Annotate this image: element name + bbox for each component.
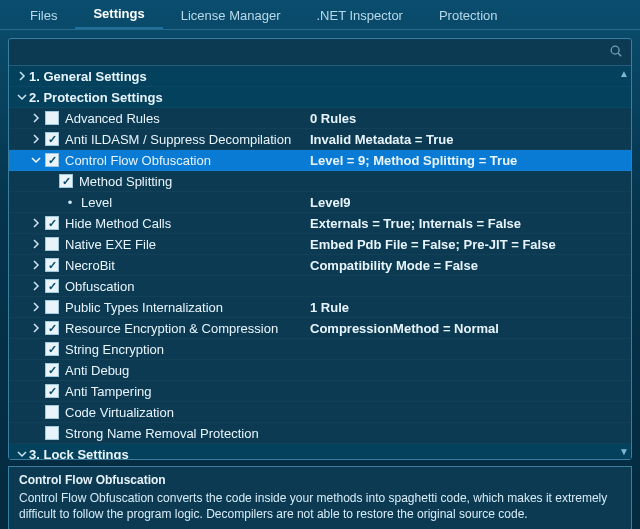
section-label: 3. Lock Settings: [29, 447, 129, 460]
checkbox-icon[interactable]: ✓: [45, 300, 59, 314]
chevron-right-icon: [29, 218, 43, 228]
chevron-down-icon: [15, 92, 29, 102]
search-row: [9, 39, 631, 65]
chevron-down-icon: [15, 449, 29, 459]
tab-license-manager[interactable]: License Manager: [163, 2, 299, 29]
checkbox-icon[interactable]: ✓: [45, 342, 59, 356]
item-label: Anti ILDASM / Suppress Decompilation: [65, 132, 291, 147]
checkbox-icon[interactable]: ✓: [45, 321, 59, 335]
tab-files[interactable]: Files: [12, 2, 75, 29]
svg-line-1: [618, 53, 621, 56]
item-label: Level: [81, 195, 112, 210]
item-obfuscation[interactable]: ✓ Obfuscation: [9, 276, 631, 297]
item-advanced-rules[interactable]: ✓ Advanced Rules 0 Rules: [9, 108, 631, 129]
item-label: Method Splitting: [79, 174, 172, 189]
item-label: Control Flow Obfuscation: [65, 153, 211, 168]
item-anti-debug[interactable]: ✓ Anti Debug: [9, 360, 631, 381]
tab-net-inspector[interactable]: .NET Inspector: [298, 2, 420, 29]
item-label: Obfuscation: [65, 279, 134, 294]
description-panel: Control Flow Obfuscation Control Flow Ob…: [8, 466, 632, 529]
item-public-types-internalization[interactable]: ✓ Public Types Internalization 1 Rule: [9, 297, 631, 318]
bullet-icon: •: [63, 195, 77, 210]
checkbox-icon[interactable]: ✓: [59, 174, 73, 188]
item-label: String Encryption: [65, 342, 164, 357]
checkbox-icon[interactable]: ✓: [45, 237, 59, 251]
checkbox-icon[interactable]: ✓: [45, 279, 59, 293]
checkbox-icon[interactable]: ✓: [45, 153, 59, 167]
checkbox-icon[interactable]: ✓: [45, 426, 59, 440]
item-label: Code Virtualization: [65, 405, 174, 420]
chevron-right-icon: [29, 113, 43, 123]
section-protection-settings[interactable]: 2. Protection Settings: [9, 87, 631, 108]
item-necrobit[interactable]: ✓ NecroBit Compatibility Mode = False: [9, 255, 631, 276]
item-value: Level9: [310, 195, 631, 210]
description-body: Control Flow Obfuscation converts the co…: [19, 490, 621, 522]
description-title: Control Flow Obfuscation: [19, 473, 621, 487]
item-string-encryption[interactable]: ✓ String Encryption: [9, 339, 631, 360]
item-value: Compatibility Mode = False: [310, 258, 631, 273]
item-level[interactable]: • Level Level9: [9, 192, 631, 213]
item-label: Advanced Rules: [65, 111, 160, 126]
item-value: Externals = True; Internals = False: [310, 216, 631, 231]
item-label: NecroBit: [65, 258, 115, 273]
vertical-scrollbar[interactable]: ▲ ▼: [619, 66, 629, 459]
chevron-right-icon: [29, 134, 43, 144]
section-label: 1. General Settings: [29, 69, 147, 84]
section-lock-settings[interactable]: 3. Lock Settings: [9, 444, 631, 459]
svg-point-0: [611, 46, 619, 54]
item-value: 1 Rule: [310, 300, 631, 315]
item-label: Public Types Internalization: [65, 300, 223, 315]
scroll-down-icon[interactable]: ▼: [619, 446, 629, 457]
item-label: Resource Encryption & Compression: [65, 321, 278, 336]
chevron-right-icon: [29, 281, 43, 291]
item-hide-method-calls[interactable]: ✓ Hide Method Calls Externals = True; In…: [9, 213, 631, 234]
tab-protection[interactable]: Protection: [421, 2, 516, 29]
item-value: Embed Pdb File = False; Pre-JIT = False: [310, 237, 631, 252]
item-value: Level = 9; Method Splitting = True: [310, 153, 631, 168]
scroll-up-icon[interactable]: ▲: [619, 68, 629, 79]
item-anti-tampering[interactable]: ✓ Anti Tampering: [9, 381, 631, 402]
checkbox-icon[interactable]: ✓: [45, 405, 59, 419]
item-label: Hide Method Calls: [65, 216, 171, 231]
item-value: Invalid Metadata = True: [310, 132, 631, 147]
chevron-right-icon: [29, 302, 43, 312]
item-code-virtualization[interactable]: ✓ Code Virtualization: [9, 402, 631, 423]
item-resource-encryption[interactable]: ✓ Resource Encryption & Compression Comp…: [9, 318, 631, 339]
item-method-splitting[interactable]: ✓ Method Splitting: [9, 171, 631, 192]
settings-tree: 1. General Settings 2. Protection Settin…: [9, 65, 631, 459]
chevron-right-icon: [29, 323, 43, 333]
checkbox-icon[interactable]: ✓: [45, 132, 59, 146]
chevron-down-icon: [29, 155, 43, 165]
item-strong-name-removal[interactable]: ✓ Strong Name Removal Protection: [9, 423, 631, 444]
section-label: 2. Protection Settings: [29, 90, 163, 105]
tab-bar: Files Settings License Manager .NET Insp…: [0, 0, 640, 30]
item-label: Anti Debug: [65, 363, 129, 378]
checkbox-icon[interactable]: ✓: [45, 363, 59, 377]
checkbox-icon[interactable]: ✓: [45, 216, 59, 230]
item-anti-ildasm[interactable]: ✓ Anti ILDASM / Suppress Decompilation I…: [9, 129, 631, 150]
item-label: Strong Name Removal Protection: [65, 426, 259, 441]
checkbox-icon[interactable]: ✓: [45, 384, 59, 398]
chevron-right-icon: [29, 239, 43, 249]
tab-settings[interactable]: Settings: [75, 0, 162, 29]
item-control-flow-obfuscation[interactable]: ✓ Control Flow Obfuscation Level = 9; Me…: [9, 150, 631, 171]
checkbox-icon[interactable]: ✓: [45, 258, 59, 272]
item-native-exe-file[interactable]: ✓ Native EXE File Embed Pdb File = False…: [9, 234, 631, 255]
section-general-settings[interactable]: 1. General Settings: [9, 66, 631, 87]
chevron-right-icon: [29, 260, 43, 270]
item-value: 0 Rules: [310, 111, 631, 126]
chevron-right-icon: [15, 71, 29, 81]
search-icon[interactable]: [609, 44, 623, 61]
item-value: CompressionMethod = Normal: [310, 321, 631, 336]
settings-panel: 1. General Settings 2. Protection Settin…: [8, 38, 632, 460]
item-label: Anti Tampering: [65, 384, 151, 399]
item-label: Native EXE File: [65, 237, 156, 252]
checkbox-icon[interactable]: ✓: [45, 111, 59, 125]
